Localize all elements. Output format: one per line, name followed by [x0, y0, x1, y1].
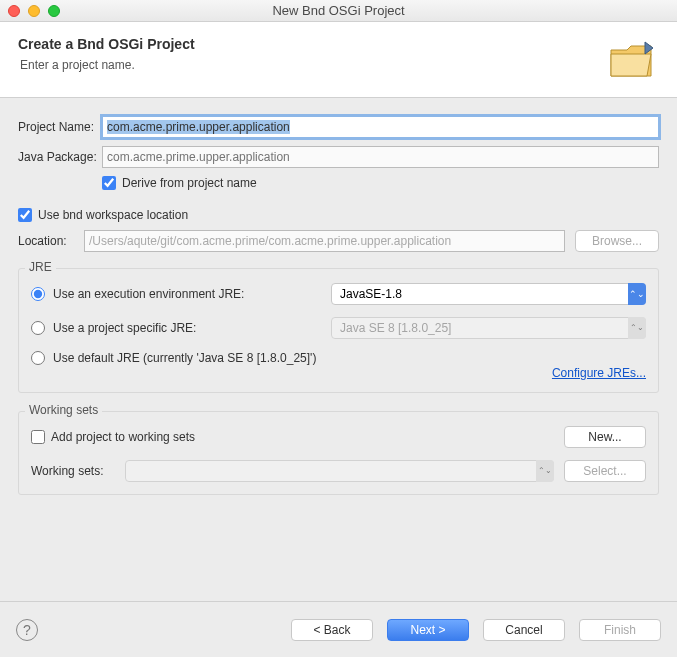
new-working-set-button[interactable]: New... [564, 426, 646, 448]
working-sets-select [125, 460, 554, 482]
java-package-label: Java Package: [18, 150, 102, 164]
jre-group-title: JRE [25, 260, 56, 274]
page-subtitle: Enter a project name. [20, 58, 195, 72]
working-sets-label: Working sets: [31, 464, 115, 478]
working-sets-title: Working sets [25, 403, 102, 417]
next-button[interactable]: Next > [387, 619, 469, 641]
cancel-button[interactable]: Cancel [483, 619, 565, 641]
default-jre-radio[interactable] [31, 351, 45, 365]
window-title: New Bnd OSGi Project [0, 3, 677, 18]
project-name-input[interactable] [102, 116, 659, 138]
finish-button: Finish [579, 619, 661, 641]
project-jre-radio[interactable] [31, 321, 45, 335]
derive-label: Derive from project name [122, 176, 257, 190]
exec-env-radio[interactable] [31, 287, 45, 301]
wizard-header: Create a Bnd OSGi Project Enter a projec… [0, 22, 677, 98]
workspace-location-checkbox[interactable] [18, 208, 32, 222]
workspace-location-label: Use bnd workspace location [38, 208, 188, 222]
working-sets-group: Working sets Add project to working sets… [18, 411, 659, 495]
configure-jres-link[interactable]: Configure JREs... [552, 366, 646, 380]
location-label: Location: [18, 234, 74, 248]
add-working-set-checkbox[interactable] [31, 430, 45, 444]
location-input [84, 230, 565, 252]
add-working-set-label: Add project to working sets [51, 430, 195, 444]
wizard-footer: ? < Back Next > Cancel Finish [0, 601, 677, 657]
derive-checkbox[interactable] [102, 176, 116, 190]
project-name-label: Project Name: [18, 120, 102, 134]
browse-button: Browse... [575, 230, 659, 252]
java-package-input [102, 146, 659, 168]
titlebar: New Bnd OSGi Project [0, 0, 677, 22]
exec-env-label: Use an execution environment JRE: [53, 287, 244, 301]
project-jre-label: Use a project specific JRE: [53, 321, 196, 335]
jre-group: JRE Use an execution environment JRE: Ja… [18, 268, 659, 393]
default-jre-label: Use default JRE (currently 'Java SE 8 [1… [53, 351, 316, 365]
page-title: Create a Bnd OSGi Project [18, 36, 195, 52]
project-jre-select: Java SE 8 [1.8.0_25] [331, 317, 646, 339]
help-icon[interactable]: ? [16, 619, 38, 641]
exec-env-select[interactable]: JavaSE-1.8 [331, 283, 646, 305]
back-button[interactable]: < Back [291, 619, 373, 641]
select-working-set-button: Select... [564, 460, 646, 482]
folder-new-icon [607, 36, 659, 87]
